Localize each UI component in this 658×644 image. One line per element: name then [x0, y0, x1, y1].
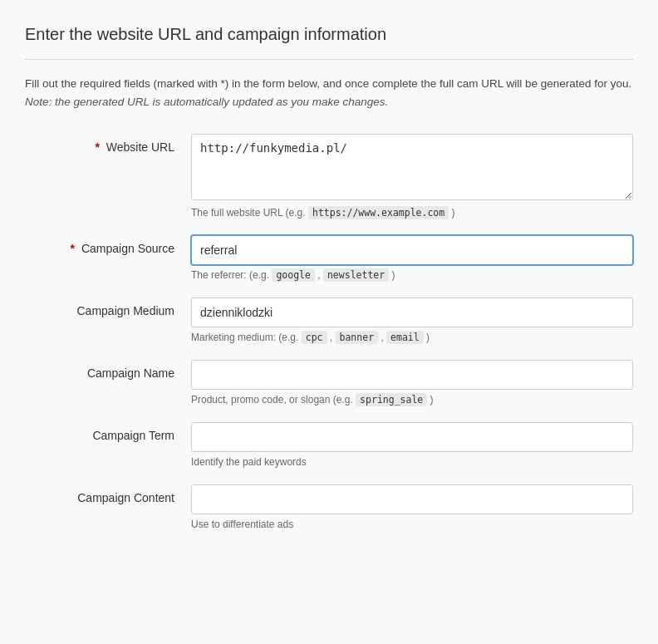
campaign-source-row-inner: * Campaign Source [25, 235, 633, 265]
website-url-label: Website URL [106, 140, 174, 154]
campaign-medium-input-col [191, 297, 633, 327]
website-url-input-col [191, 134, 633, 203]
description-note: Note: the generated URL is automatically… [25, 96, 388, 108]
website-url-required: * [95, 140, 99, 154]
campaign-content-input[interactable] [191, 484, 633, 514]
campaign-content-row: Campaign Content Use to differentiate ad… [25, 484, 633, 530]
page-title: Enter the website URL and campaign infor… [25, 25, 633, 60]
page-description: Fill out the required fields (marked wit… [25, 75, 633, 111]
website-url-hint-code: https://www.example.com [308, 206, 449, 219]
campaign-source-label-col: * Campaign Source [25, 235, 191, 255]
campaign-medium-label-col: Campaign Medium [25, 297, 191, 317]
campaign-source-input-col [191, 235, 633, 265]
campaign-name-row-inner: Campaign Name [25, 360, 633, 390]
campaign-medium-hint-code-3: email [386, 331, 424, 344]
campaign-medium-row: Campaign Medium Marketing medium: (e.g. … [25, 297, 633, 343]
campaign-source-hint-code-2: newsletter [323, 268, 389, 282]
campaign-medium-input[interactable] [191, 297, 633, 327]
campaign-source-required: * [71, 242, 75, 255]
campaign-name-input-col [191, 360, 633, 390]
campaign-source-hint: The referrer: (e.g. google , newsletter … [191, 269, 633, 281]
campaign-content-label: Campaign Content [77, 491, 174, 504]
campaign-medium-hint: Marketing medium: (e.g. cpc , banner , e… [191, 332, 633, 343]
campaign-source-hint-code-1: google [272, 268, 315, 282]
website-url-label-col: * Website URL [25, 134, 191, 154]
website-url-input[interactable] [191, 134, 633, 200]
campaign-name-hint: Product, promo code, or slogan (e.g. spr… [191, 394, 633, 406]
campaign-name-label: Campaign Name [87, 366, 174, 380]
campaign-term-label: Campaign Term [92, 429, 174, 442]
campaign-term-hint: Identify the paid keywords [191, 456, 633, 468]
campaign-term-input-col [191, 422, 633, 452]
campaign-name-row: Campaign Name Product, promo code, or sl… [25, 360, 633, 406]
campaign-term-row-inner: Campaign Term [25, 422, 633, 452]
campaign-source-row: * Campaign Source The referrer: (e.g. go… [25, 235, 633, 281]
campaign-term-input[interactable] [191, 422, 633, 452]
campaign-name-input[interactable] [191, 360, 633, 390]
campaign-medium-hint-code-1: cpc [302, 331, 327, 344]
campaign-medium-label: Campaign Medium [77, 304, 175, 317]
campaign-content-input-col [191, 484, 633, 514]
campaign-source-input[interactable] [191, 235, 633, 265]
campaign-term-row: Campaign Term Identify the paid keywords [25, 422, 633, 468]
campaign-medium-hint-code-2: banner [336, 331, 379, 344]
page-container: Enter the website URL and campaign infor… [0, 0, 658, 644]
campaign-medium-row-inner: Campaign Medium [25, 297, 633, 327]
campaign-content-row-inner: Campaign Content [25, 484, 633, 514]
website-url-row-inner: * Website URL [25, 134, 633, 203]
campaign-name-hint-code: spring_sale [356, 393, 427, 406]
campaign-term-label-col: Campaign Term [25, 422, 191, 442]
campaign-content-hint: Use to differentiate ads [191, 519, 633, 530]
website-url-hint: The full website URL (e.g. https://www.e… [191, 207, 633, 219]
campaign-content-label-col: Campaign Content [25, 484, 191, 504]
website-url-row: * Website URL The full website URL (e.g.… [25, 134, 633, 219]
campaign-name-label-col: Campaign Name [25, 360, 191, 380]
campaign-source-label: Campaign Source [81, 242, 174, 255]
